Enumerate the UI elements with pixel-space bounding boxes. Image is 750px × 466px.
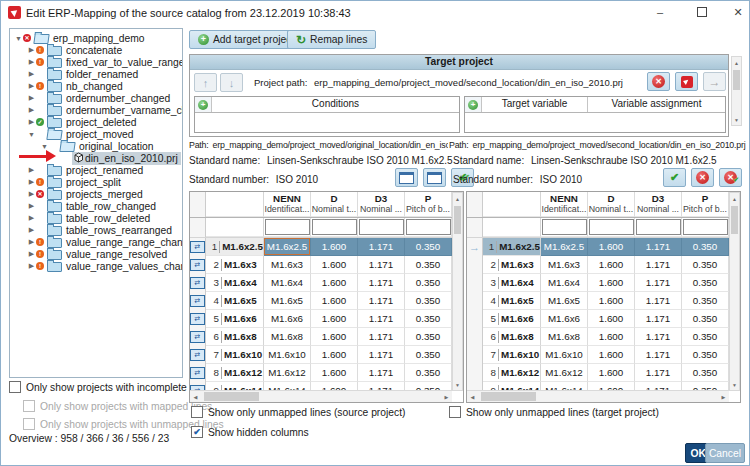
expander-icon[interactable]: ▼	[14, 35, 23, 42]
table-vertical-scrollbar[interactable]: ▲▼	[729, 192, 740, 391]
scroll-thumb[interactable]	[733, 70, 740, 90]
table-row[interactable]: ⇄1M1.6x2.5M1.6x2.51.6001.1710.350	[190, 238, 452, 256]
expander-icon[interactable]: ▶	[27, 82, 36, 90]
table-row[interactable]: 5M1.6x6M1.6x61.6001.1710.350	[467, 310, 729, 328]
tree-item-project_deleted[interactable]: ▶✓project_deleted	[10, 116, 182, 128]
minimize-button[interactable]: –	[651, 3, 669, 21]
column-header-P[interactable]: PPitch of b...	[405, 192, 452, 217]
reject-accept-button[interactable]: ✕✔	[719, 168, 742, 187]
source-table-view-button[interactable]	[395, 168, 418, 187]
table-row[interactable]: 4M1.6x5M1.6x51.6001.1710.350	[467, 292, 729, 310]
expander-icon[interactable]: ▶	[27, 58, 36, 66]
scroll-right-icon[interactable]: ▶	[718, 391, 729, 402]
tree-item-value_range_resolved[interactable]: ▶!value_range_resolved	[10, 248, 182, 260]
expander-icon[interactable]: ▶	[27, 262, 36, 270]
column-header-D[interactable]: DNominal t...	[311, 192, 358, 217]
filter-input-D[interactable]	[589, 219, 634, 235]
table-horizontal-scrollbar[interactable]: ◀▶	[190, 390, 452, 402]
add-assignment-button[interactable]: +	[465, 97, 482, 112]
target-list-scrollbar[interactable]: ▲ ▼	[731, 56, 742, 126]
column-header-NENN[interactable]: NENNIdentificat...	[264, 192, 311, 217]
scroll-right-icon[interactable]: ▶	[441, 391, 452, 402]
expander-icon[interactable]: ▶	[27, 166, 36, 174]
scroll-thumb[interactable]	[731, 206, 738, 234]
accept-mapping-button[interactable]: ✔	[663, 168, 686, 187]
project-tree[interactable]: ▼✕erp_mapping_demo▶!concatenate▶!fixed_v…	[9, 28, 183, 378]
expander-icon[interactable]: ▶	[27, 46, 36, 54]
tree-item-project_split[interactable]: ▶!project_split	[10, 176, 182, 188]
scroll-left-icon[interactable]: ◀	[467, 391, 478, 402]
expander-icon[interactable]: ▶	[27, 70, 36, 78]
move-up-button[interactable]: ↑	[194, 73, 217, 92]
scroll-left-icon[interactable]: ◀	[190, 391, 201, 402]
expander-icon[interactable]: ▶	[27, 226, 36, 234]
tree-item-projects_merged[interactable]: ▶✕projects_merged	[10, 188, 182, 200]
tree-item-ordernumber_changed[interactable]: ▶ordernumber_changed	[10, 92, 182, 104]
table-row[interactable]: ⇄8M1.6x12M1.6x121.6001.1710.350	[190, 364, 452, 382]
filter-input-P[interactable]	[683, 219, 728, 235]
filter-input-D3[interactable]	[359, 219, 404, 235]
expander-icon[interactable]: ▶	[27, 118, 36, 126]
table-horizontal-scrollbar[interactable]: ◀▶	[467, 390, 729, 402]
remap-lines-button[interactable]: ↻ Remap lines	[287, 30, 376, 49]
remove-target-button[interactable]: ✕	[647, 72, 670, 91]
tree-item-table_rows_rearranged[interactable]: ▶table_rows_rearranged	[10, 224, 182, 236]
expander-icon[interactable]: ▶	[27, 214, 36, 222]
tree-item-table_row_deleted[interactable]: ▶table_row_deleted	[10, 212, 182, 224]
table-row[interactable]: →1M1.6x2.5M1.6x2.51.6001.1710.350	[467, 238, 729, 256]
move-down-button[interactable]: ↓	[220, 73, 243, 92]
column-header-NENN[interactable]: NENNIdentificat...	[541, 192, 588, 217]
expander-icon[interactable]: ▼	[40, 143, 49, 150]
table-row[interactable]: 8M1.6x12M1.6x121.6001.1710.350	[467, 364, 729, 382]
tree-item-erp_mapping_demo[interactable]: ▼✕erp_mapping_demo	[10, 32, 182, 44]
scroll-down-icon[interactable]: ▼	[453, 379, 462, 390]
scroll-up-icon[interactable]: ▲	[453, 193, 462, 204]
column-header-D3[interactable]: D3Nominal ...	[635, 192, 682, 217]
tree-item-value_range_values_changed[interactable]: ▶!value_range_values_changed	[10, 260, 182, 272]
tree-item-din_en_iso_2010.prj[interactable]: din_en_iso_2010.prj	[10, 152, 182, 164]
scroll-thumb[interactable]	[204, 392, 259, 401]
table-row[interactable]: ⇄7M1.6x10M1.6x101.6001.1710.350	[190, 346, 452, 364]
scroll-up-icon[interactable]: ▲	[732, 57, 741, 68]
checkbox-show-hidden-columns[interactable]: ✔ Show hidden columns	[191, 426, 309, 438]
tree-item-value_range_range_changed[interactable]: ▶!value_range_range_changed	[10, 236, 182, 248]
tree-item-concatenate[interactable]: ▶!concatenate	[10, 44, 182, 56]
column-header-D3[interactable]: D3Nominal ...	[358, 192, 405, 217]
scroll-down-icon[interactable]: ▼	[730, 379, 739, 390]
tree-item-ordernumber_varname_changed[interactable]: ▶ordernumber_varname_changed	[10, 104, 182, 116]
filter-input-NENN[interactable]	[542, 219, 587, 235]
tree-item-nb_changed[interactable]: ▶!nb_changed	[10, 80, 182, 92]
open-project-button[interactable]	[675, 72, 698, 91]
expander-icon[interactable]: ▶	[27, 190, 36, 198]
tree-item-project_moved[interactable]: ▼project_moved	[10, 128, 182, 140]
table-row[interactable]: ⇄6M1.6x8M1.6x81.6001.1710.350	[190, 328, 452, 346]
tree-item-project_renamed[interactable]: ▶project_renamed	[10, 164, 182, 176]
reject-mapping-button[interactable]: ✕	[691, 168, 714, 187]
table-row[interactable]: 6M1.6x8M1.6x81.6001.1710.350	[467, 328, 729, 346]
add-condition-button[interactable]: +	[195, 97, 212, 112]
filter-input-NENN[interactable]	[265, 219, 310, 235]
scroll-down-icon[interactable]: ▼	[732, 114, 741, 125]
column-header-P[interactable]: PPitch of b...	[682, 192, 729, 217]
checkbox-unmapped-source[interactable]: Show only unmapped lines (source project…	[191, 406, 405, 418]
expander-icon[interactable]: ▶	[27, 106, 36, 114]
tree-item-fixed_var_to_value_range[interactable]: ▶!fixed_var_to_value_range	[10, 56, 182, 68]
column-header-D[interactable]: DNominal t...	[588, 192, 635, 217]
filter-input-P[interactable]	[406, 219, 451, 235]
cancel-button[interactable]: Cancel	[705, 443, 745, 463]
title-bar[interactable]: Edit ERP-Mapping of the source catalog f…	[1, 1, 749, 24]
tree-item-table_row_changed[interactable]: ▶table_row_changed	[10, 200, 182, 212]
table-row[interactable]: ⇄5M1.6x6M1.6x61.6001.1710.350	[190, 310, 452, 328]
expander-icon[interactable]: ▶	[27, 178, 36, 186]
filter-input-D3[interactable]	[636, 219, 681, 235]
filter-input-D[interactable]	[312, 219, 357, 235]
expander-icon[interactable]: ▶	[27, 94, 36, 102]
table-row[interactable]: ⇄3M1.6x4M1.6x41.6001.1710.350	[190, 274, 452, 292]
scroll-thumb[interactable]	[481, 392, 536, 401]
close-button[interactable]: ✕	[729, 3, 747, 21]
expander-icon[interactable]: ▼	[27, 131, 36, 138]
table-row[interactable]: 2M1.6x3M1.6x31.6001.1710.350	[467, 256, 729, 274]
expander-icon[interactable]: ▶	[27, 202, 36, 210]
tree-item-folder_renamed[interactable]: ▶folder_renamed	[10, 68, 182, 80]
scroll-thumb[interactable]	[454, 206, 461, 234]
